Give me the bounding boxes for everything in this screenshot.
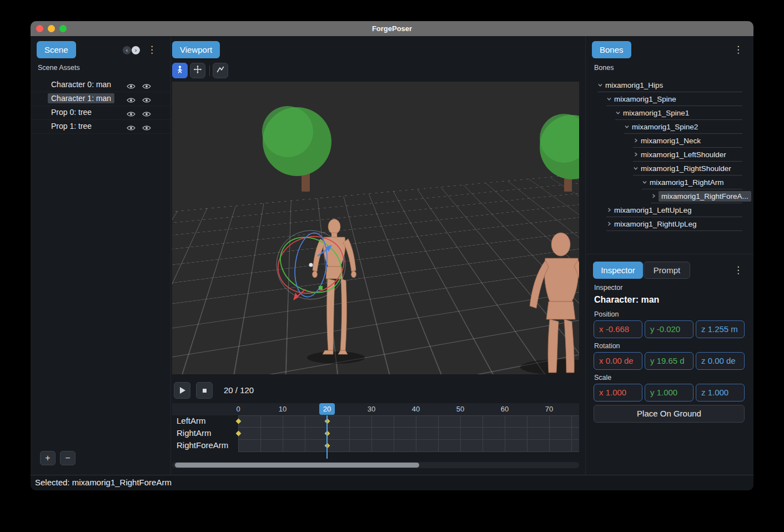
bones-menu-icon[interactable]: ⋮	[733, 44, 743, 56]
position-y-field[interactable]: y -0.020	[645, 320, 693, 338]
track-grid[interactable]	[238, 428, 579, 440]
render-eye-icon[interactable]	[142, 123, 151, 130]
bone-label: mixamorig1_LeftShoulder	[641, 150, 726, 159]
render-eye-icon[interactable]	[142, 109, 151, 116]
chevron-down-icon[interactable]	[606, 96, 612, 102]
scene-asset-row[interactable]: Prop 1: tree	[31, 120, 170, 134]
ruler-tick[interactable]: 70	[541, 403, 557, 415]
bone-node-rightforearm-selected[interactable]: mixamorig1_RightForeA...	[651, 189, 742, 203]
asset-label[interactable]: Character 0: man	[48, 79, 114, 89]
bone-node-rightshoulder[interactable]: mixamorig1_RightShoulder	[633, 162, 742, 175]
render-eye-icon[interactable]	[142, 96, 151, 102]
bone-node-spine[interactable]: mixamorig1_Spine	[606, 92, 742, 106]
tab-prompt[interactable]: Prompt	[644, 262, 690, 279]
chevron-down-icon[interactable]	[642, 179, 647, 185]
pose-tool-button[interactable]	[172, 63, 188, 78]
track-row-rightforearm[interactable]: RightForeArm	[172, 440, 579, 452]
chevron-right-icon[interactable]	[606, 207, 612, 213]
add-asset-button[interactable]: +	[40, 451, 56, 465]
frame-counter: 20 / 120	[224, 382, 254, 399]
chevron-down-icon[interactable]	[633, 165, 639, 171]
place-on-ground-button[interactable]: Place On Ground	[594, 405, 745, 423]
nav-prev-icon[interactable]: ‹	[123, 46, 131, 54]
gizmo-y-handle[interactable]	[319, 286, 323, 290]
track-row-rightarm[interactable]: RightArm	[172, 428, 579, 440]
position-x-field[interactable]: x -0.668	[594, 320, 642, 338]
inspector-menu-icon[interactable]: ⋮	[733, 264, 743, 276]
rotation-z-field[interactable]: z 0.00 de	[696, 352, 745, 370]
rotation-y-field[interactable]: y 19.65 d	[645, 352, 693, 370]
chevron-right-icon[interactable]	[633, 138, 639, 143]
play-button[interactable]	[174, 382, 190, 399]
tab-bones[interactable]: Bones	[592, 41, 631, 58]
bone-node-hips[interactable]: mixamorig1_Hips	[597, 78, 742, 92]
chevron-right-icon[interactable]	[651, 193, 656, 199]
scrollbar-thumb[interactable]	[175, 463, 419, 468]
stop-button[interactable]	[196, 382, 213, 399]
ruler-tick[interactable]: 10	[275, 403, 290, 415]
chevron-down-icon[interactable]	[624, 124, 630, 129]
bone-node-spine2[interactable]: mixamorig1_Spine2	[624, 120, 742, 134]
ruler-tick[interactable]: 60	[497, 403, 512, 415]
ruler-tick[interactable]: 30	[364, 403, 379, 415]
curve-tool-button[interactable]	[213, 63, 228, 78]
ruler-tick-current[interactable]: 20	[319, 403, 335, 415]
position-z-field[interactable]: z 1.255 m	[696, 320, 745, 338]
track-grid[interactable]	[238, 440, 579, 452]
move-tool-button[interactable]	[190, 63, 205, 78]
bone-node-neck[interactable]: mixamorig1_Neck	[633, 134, 742, 148]
scale-x-field[interactable]: x 1.000	[594, 384, 642, 401]
titlebar[interactable]: ForgePoser	[31, 21, 753, 36]
bone-label: mixamorig1_Spine	[614, 95, 676, 103]
track-row-leftarm[interactable]: LeftArm	[172, 415, 579, 428]
visibility-eye-icon[interactable]	[127, 109, 135, 116]
tab-viewport[interactable]: Viewport	[172, 41, 220, 58]
timeline-scrollbar[interactable]	[172, 462, 579, 468]
asset-label[interactable]: Prop 0: tree	[48, 107, 95, 117]
scale-fields: x 1.000 y 1.000 z 1.000	[586, 384, 753, 401]
scene-asset-row-selected[interactable]: Character 1: man	[31, 92, 170, 106]
bone-node-leftupleg[interactable]: mixamorig1_LeftUpLeg	[606, 203, 742, 217]
viewport-canvas[interactable]	[172, 82, 579, 374]
timeline-playhead[interactable]	[326, 415, 328, 459]
render-eye-icon[interactable]	[142, 82, 151, 88]
ruler-tick[interactable]: 50	[453, 403, 468, 415]
remove-asset-button[interactable]: −	[60, 451, 76, 465]
tree-prop-2[interactable]	[540, 114, 579, 192]
bone-node-leftshoulder[interactable]: mixamorig1_LeftShoulder	[633, 148, 742, 162]
tab-scene[interactable]: Scene	[37, 41, 76, 58]
asset-label[interactable]: Character 1: man	[48, 93, 114, 103]
chevron-down-icon[interactable]	[597, 82, 603, 88]
track-name: RightArm	[177, 428, 212, 438]
track-grid[interactable]	[238, 415, 579, 428]
scene-panel: Scene ‹ › ⋮ Scene Assets Character 0: ma…	[31, 36, 171, 475]
scene-asset-row[interactable]: Character 0: man	[31, 78, 170, 92]
scene-asset-row[interactable]: Prop 0: tree	[31, 106, 170, 120]
chevron-right-icon[interactable]	[606, 221, 612, 227]
right-panel: Bones ⋮ Bones mixamorig1_Hips mixamorig1…	[586, 36, 753, 475]
bone-node-rightarm[interactable]: mixamorig1_RightArm	[642, 175, 742, 189]
visibility-eye-icon[interactable]	[127, 96, 135, 102]
tab-inspector[interactable]: Inspector	[593, 262, 643, 279]
ruler-tick[interactable]: 0	[230, 403, 246, 415]
visibility-eye-icon[interactable]	[127, 82, 135, 88]
tree-prop-1[interactable]	[262, 106, 331, 192]
nav-next-icon[interactable]: ›	[132, 46, 140, 54]
bone-node-rightupleg[interactable]: mixamorig1_RightUpLeg	[606, 217, 742, 231]
chevron-down-icon[interactable]	[615, 110, 621, 116]
bone-label: mixamorig1_Hips	[605, 81, 663, 89]
rotation-x-field[interactable]: x 0.00 de	[594, 352, 642, 370]
bone-label: mixamorig1_Spine1	[623, 109, 689, 117]
panel-menu-icon[interactable]: ⋮	[147, 44, 157, 56]
character-1-shadow	[307, 352, 365, 364]
ruler-tick[interactable]: 40	[408, 403, 424, 415]
character-2[interactable]	[530, 233, 579, 373]
scale-y-field[interactable]: y 1.000	[645, 384, 693, 401]
scale-z-field[interactable]: z 1.000	[696, 384, 745, 401]
asset-label[interactable]: Prop 1: tree	[48, 121, 95, 131]
track-name: RightForeArm	[177, 440, 228, 450]
timeline-ruler[interactable]: 0 10 20 30 40 50 60 70	[172, 403, 579, 415]
chevron-right-icon[interactable]	[633, 152, 639, 157]
visibility-eye-icon[interactable]	[127, 123, 135, 130]
bone-node-spine1[interactable]: mixamorig1_Spine1	[615, 106, 742, 120]
